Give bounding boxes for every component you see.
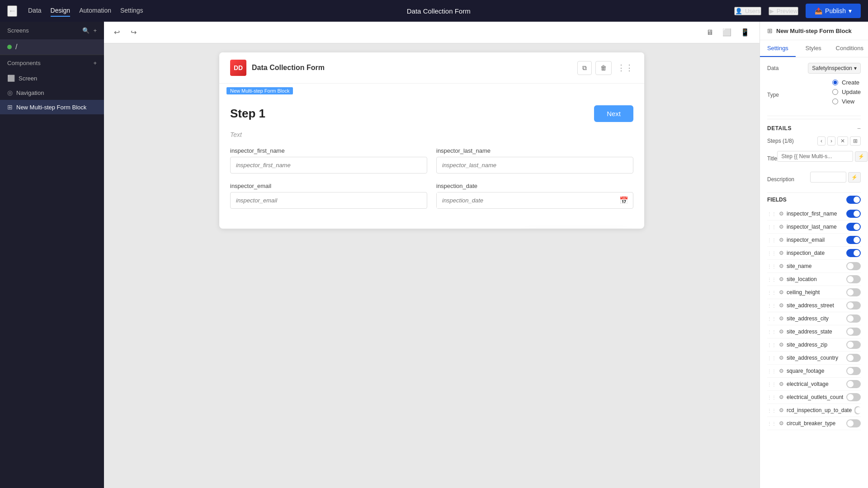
drag-handle[interactable]: ⋮⋮	[767, 356, 776, 361]
nav-data[interactable]: Data	[28, 5, 42, 17]
drag-handle[interactable]: ⋮⋮	[767, 343, 776, 347]
field-toggle[interactable]	[846, 419, 861, 427]
drag-handle[interactable]: ⋮⋮	[767, 316, 776, 321]
type-create[interactable]: Create	[832, 79, 861, 86]
back-button[interactable]: ←	[7, 5, 17, 17]
tab-conditions[interactable]: Conditions	[831, 40, 868, 57]
drag-handle[interactable]: ⋮⋮	[767, 329, 776, 334]
field-input-last-name[interactable]	[436, 157, 633, 174]
field-input-date[interactable]	[437, 192, 615, 208]
field-toggle[interactable]	[846, 249, 861, 257]
screen-item[interactable]: /	[0, 39, 104, 55]
drag-handle[interactable]: ⋮⋮	[767, 369, 776, 374]
drag-handle[interactable]: ⋮⋮	[767, 303, 776, 308]
type-update-radio[interactable]	[832, 89, 838, 95]
gear-icon[interactable]: ⚙	[779, 263, 784, 269]
field-toggle[interactable]	[846, 341, 861, 349]
drag-handle[interactable]: ⋮⋮	[767, 211, 776, 216]
gear-icon[interactable]: ⚙	[779, 394, 784, 400]
gear-icon[interactable]: ⚙	[779, 342, 784, 348]
drag-handle[interactable]: ⋮⋮	[767, 421, 776, 426]
gear-icon[interactable]: ⚙	[779, 355, 784, 361]
nav-design[interactable]: Design	[51, 5, 71, 17]
title-lightning[interactable]: ⚡	[855, 151, 868, 162]
step-next-button[interactable]: ›	[827, 136, 835, 145]
step-prev-button[interactable]: ‹	[817, 136, 826, 145]
drag-handle[interactable]: ⋮⋮	[767, 264, 776, 269]
title-input[interactable]	[777, 151, 853, 162]
field-toggle[interactable]	[846, 288, 861, 296]
gear-icon[interactable]: ⚙	[779, 328, 784, 335]
field-toggle[interactable]	[846, 354, 861, 362]
drag-handle[interactable]: ⋮⋮	[767, 238, 776, 243]
field-toggle[interactable]	[846, 236, 861, 244]
drag-handle[interactable]: ⋮⋮	[767, 408, 776, 413]
next-button[interactable]: Next	[594, 105, 633, 122]
drag-handle[interactable]: ⋮⋮	[767, 251, 776, 256]
details-collapse-icon[interactable]: −	[857, 125, 861, 132]
sidebar-item-form-block[interactable]: ⊞ New Multi-step Form Block	[0, 100, 104, 114]
gear-icon[interactable]: ⚙	[779, 211, 784, 217]
gear-icon[interactable]: ⚙	[779, 368, 784, 374]
description-input[interactable]	[810, 172, 846, 183]
drag-handle[interactable]: ⋮⋮	[767, 382, 776, 387]
users-button[interactable]: 👤 Users	[734, 7, 761, 15]
description-lightning[interactable]: ⚡	[848, 172, 861, 183]
form-options-button[interactable]: ⋮⋮	[617, 63, 633, 73]
field-toggle[interactable]	[846, 393, 861, 401]
field-toggle[interactable]	[846, 210, 861, 218]
redo-button[interactable]: ↪	[128, 26, 139, 38]
field-toggle[interactable]	[846, 367, 861, 375]
field-toggle[interactable]	[846, 223, 861, 231]
gear-icon[interactable]: ⚙	[779, 276, 784, 282]
type-view[interactable]: View	[832, 98, 861, 105]
calendar-icon[interactable]: 📅	[615, 192, 633, 208]
tab-styles[interactable]: Styles	[796, 40, 831, 57]
nav-automation[interactable]: Automation	[79, 5, 111, 17]
field-input-email[interactable]	[230, 192, 427, 209]
field-toggle[interactable]	[846, 262, 861, 270]
gear-icon[interactable]: ⚙	[779, 289, 784, 296]
gear-icon[interactable]: ⚙	[779, 237, 784, 243]
gear-icon[interactable]: ⚙	[779, 407, 784, 413]
add-component-icon[interactable]: +	[93, 60, 97, 66]
publish-button[interactable]: 📤 Publish ▾	[806, 4, 861, 18]
sidebar-item-screen[interactable]: ⬜ Screen	[0, 71, 104, 85]
drag-handle[interactable]: ⋮⋮	[767, 290, 776, 295]
search-icon[interactable]: 🔍	[82, 27, 90, 34]
fields-toggle[interactable]	[846, 196, 861, 204]
drag-handle[interactable]: ⋮⋮	[767, 277, 776, 282]
tablet-view-button[interactable]: ⬜	[720, 26, 734, 38]
gear-icon[interactable]: ⚙	[779, 381, 784, 387]
field-toggle[interactable]	[846, 328, 861, 336]
preview-button[interactable]: ▶ Preview	[769, 7, 798, 15]
gear-icon[interactable]: ⚙	[779, 420, 784, 427]
gear-icon[interactable]: ⚙	[779, 250, 784, 256]
type-create-radio[interactable]	[832, 80, 838, 85]
step-delete-button[interactable]: ✕	[837, 136, 848, 145]
drag-handle[interactable]: ⋮⋮	[767, 225, 776, 230]
drag-handle[interactable]: ⋮⋮	[767, 395, 776, 400]
gear-icon[interactable]: ⚙	[779, 224, 784, 230]
tab-settings[interactable]: Settings	[760, 40, 796, 57]
field-toggle[interactable]	[846, 380, 861, 388]
gear-icon[interactable]: ⚙	[779, 315, 784, 322]
type-view-radio[interactable]	[832, 99, 838, 104]
gear-icon[interactable]: ⚙	[779, 302, 784, 309]
delete-form-button[interactable]: 🗑	[595, 61, 612, 75]
sidebar-item-navigation[interactable]: ◎ Navigation	[0, 85, 104, 100]
mobile-view-button[interactable]: 📱	[738, 26, 752, 38]
field-input-first-name[interactable]	[230, 157, 427, 174]
desktop-view-button[interactable]: 🖥	[703, 27, 716, 38]
field-toggle[interactable]	[846, 314, 861, 323]
type-update[interactable]: Update	[832, 89, 861, 95]
add-screen-icon[interactable]: +	[93, 27, 97, 34]
nav-settings[interactable]: Settings	[120, 5, 143, 17]
field-toggle[interactable]	[854, 406, 861, 414]
step-copy-button[interactable]: ⊞	[850, 136, 861, 145]
duplicate-form-button[interactable]: ⧉	[577, 61, 592, 75]
field-toggle[interactable]	[846, 301, 861, 310]
data-select[interactable]: SafetyInspection ▾	[808, 63, 861, 74]
undo-button[interactable]: ↩	[111, 26, 123, 38]
field-toggle[interactable]	[846, 275, 861, 283]
